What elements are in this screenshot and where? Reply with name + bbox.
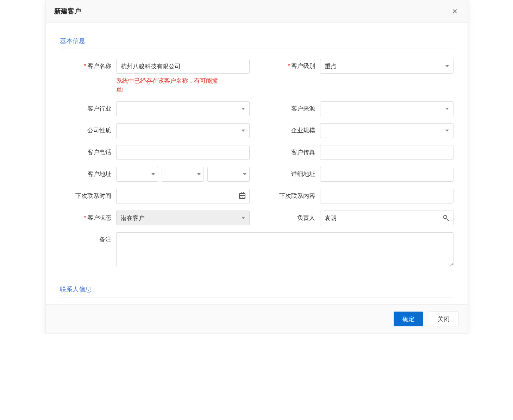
- modal-title: 新建客户: [54, 7, 81, 16]
- chevron-down-icon: [242, 108, 245, 110]
- source-select[interactable]: [320, 101, 453, 116]
- chevron-down-icon: [243, 173, 246, 175]
- label-company-size: 企业规模: [264, 123, 320, 134]
- industry-select[interactable]: [116, 101, 250, 116]
- label-remark: 备注: [60, 232, 116, 244]
- chevron-down-icon: [445, 108, 449, 110]
- label-industry: 客户行业: [60, 101, 116, 113]
- company-size-select[interactable]: [320, 123, 453, 138]
- label-customer-status: *客户状态: [60, 211, 116, 222]
- close-icon[interactable]: ×: [451, 7, 459, 16]
- section-basic-info: 基本信息: [60, 37, 453, 49]
- label-company-nature: 公司性质: [60, 123, 116, 134]
- modal-footer: 确定 关闭: [46, 304, 468, 333]
- chevron-down-icon: [242, 217, 245, 219]
- modal-header: 新建客户 ×: [46, 0, 468, 23]
- modal-body[interactable]: 基本信息 *客户名称 系统中已经存在该客户名称，有可能撞单! *客户级别 重点: [46, 23, 468, 304]
- label-source: 客户来源: [264, 101, 320, 113]
- chevron-down-icon: [151, 173, 155, 175]
- confirm-button[interactable]: 确定: [394, 312, 423, 326]
- form-basic: *客户名称 系统中已经存在该客户名称，有可能撞单! *客户级别 重点: [60, 59, 453, 273]
- next-contact-content-input[interactable]: [320, 189, 453, 203]
- label-address: 客户地址: [60, 167, 116, 178]
- chevron-down-icon: [197, 173, 201, 175]
- phone-input[interactable]: [116, 145, 250, 160]
- address-district-select[interactable]: [207, 167, 250, 182]
- calendar-icon[interactable]: [235, 189, 250, 203]
- label-phone: 客户电话: [60, 145, 116, 156]
- section-contact-info: 联系人信息: [60, 285, 453, 297]
- chevron-down-icon: [242, 130, 245, 132]
- label-customer-level: *客户级别: [264, 59, 320, 70]
- search-icon[interactable]: [439, 211, 453, 225]
- address-detail-input[interactable]: [320, 167, 453, 182]
- customer-status-select[interactable]: 潜在客户: [116, 211, 250, 225]
- label-owner: 负责人: [264, 211, 320, 222]
- label-fax: 客户传真: [264, 145, 320, 156]
- fax-input[interactable]: [320, 145, 453, 160]
- customer-name-error: 系统中已经存在该客户名称，有可能撞单!: [116, 76, 225, 94]
- remark-textarea[interactable]: [116, 232, 453, 266]
- address-province-select[interactable]: [116, 167, 158, 182]
- company-nature-select[interactable]: [116, 123, 250, 138]
- label-next-contact-time: 下次联系时间: [60, 189, 116, 200]
- label-customer-name: *客户名称: [60, 59, 116, 70]
- customer-name-input[interactable]: [116, 59, 250, 74]
- chevron-down-icon: [445, 130, 449, 132]
- label-next-contact-content: 下次联系内容: [264, 189, 320, 200]
- chevron-down-icon: [445, 65, 449, 67]
- customer-level-select[interactable]: 重点: [320, 59, 453, 74]
- new-customer-modal: 新建客户 × 基本信息 *客户名称 系统中已经存在该客户名称，有可能撞单! *客…: [45, 0, 468, 334]
- address-city-select[interactable]: [162, 167, 204, 182]
- next-contact-time-input[interactable]: [116, 189, 235, 203]
- label-address-detail: 详细地址: [264, 167, 320, 178]
- cancel-button[interactable]: 关闭: [429, 312, 458, 326]
- owner-input[interactable]: [320, 211, 439, 225]
